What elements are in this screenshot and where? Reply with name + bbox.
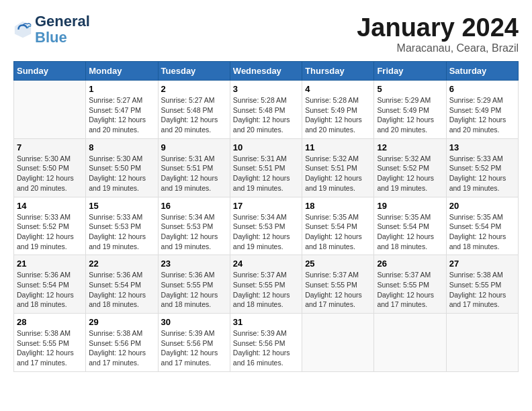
calendar-cell [446,314,518,372]
logo-icon [13,20,32,39]
logo-text: General Blue [35,13,90,46]
day-number: 24 [233,259,299,269]
calendar-cell [14,81,86,139]
calendar-cell: 11Sunrise: 5:32 AM Sunset: 5:51 PM Dayli… [302,138,374,197]
page-header: General Blue January 2024 Maracanau, Cea… [13,13,519,54]
day-info: Sunrise: 5:28 AM Sunset: 5:49 PM Dayligh… [305,95,371,135]
day-info: Sunrise: 5:35 AM Sunset: 5:54 PM Dayligh… [305,212,371,252]
calendar-cell: 14Sunrise: 5:33 AM Sunset: 5:52 PM Dayli… [14,197,86,255]
day-number: 22 [89,259,154,269]
day-info: Sunrise: 5:36 AM Sunset: 5:54 PM Dayligh… [89,270,154,310]
day-info: Sunrise: 5:32 AM Sunset: 5:52 PM Dayligh… [377,154,443,193]
day-number: 4 [305,84,371,94]
day-number: 30 [161,317,227,327]
day-number: 31 [233,317,299,327]
calendar-cell: 4Sunrise: 5:28 AM Sunset: 5:49 PM Daylig… [302,81,374,139]
calendar-cell: 7Sunrise: 5:30 AM Sunset: 5:50 PM Daylig… [14,138,86,197]
calendar-header: SundayMondayTuesdayWednesdayThursdayFrid… [14,62,519,81]
day-number: 29 [89,317,154,327]
day-number: 28 [17,317,83,327]
day-number: 26 [377,259,443,269]
day-number: 5 [377,84,443,94]
day-number: 11 [305,142,371,152]
day-number: 10 [233,142,299,152]
calendar-table: SundayMondayTuesdayWednesdayThursdayFrid… [13,61,519,372]
day-info: Sunrise: 5:39 AM Sunset: 5:56 PM Dayligh… [233,328,299,368]
calendar-cell: 13Sunrise: 5:33 AM Sunset: 5:52 PM Dayli… [446,138,518,197]
day-info: Sunrise: 5:35 AM Sunset: 5:54 PM Dayligh… [377,212,443,252]
header-day-monday: Monday [86,62,158,81]
calendar-cell: 17Sunrise: 5:34 AM Sunset: 5:53 PM Dayli… [230,197,302,255]
day-info: Sunrise: 5:29 AM Sunset: 5:49 PM Dayligh… [377,95,443,135]
calendar-cell [302,314,374,372]
location: Maracanau, Ceara, Brazil [357,42,519,54]
day-info: Sunrise: 5:34 AM Sunset: 5:53 PM Dayligh… [161,212,227,252]
calendar-cell: 9Sunrise: 5:31 AM Sunset: 5:51 PM Daylig… [158,138,230,197]
day-number: 7 [17,142,83,152]
day-info: Sunrise: 5:36 AM Sunset: 5:54 PM Dayligh… [17,270,83,310]
header-day-tuesday: Tuesday [158,62,230,81]
day-info: Sunrise: 5:37 AM Sunset: 5:55 PM Dayligh… [305,270,371,310]
calendar-cell: 21Sunrise: 5:36 AM Sunset: 5:54 PM Dayli… [14,255,86,314]
day-info: Sunrise: 5:29 AM Sunset: 5:49 PM Dayligh… [449,95,515,135]
day-info: Sunrise: 5:33 AM Sunset: 5:52 PM Dayligh… [17,212,83,252]
day-info: Sunrise: 5:27 AM Sunset: 5:47 PM Dayligh… [89,95,154,135]
calendar-cell: 23Sunrise: 5:36 AM Sunset: 5:55 PM Dayli… [158,255,230,314]
day-info: Sunrise: 5:36 AM Sunset: 5:55 PM Dayligh… [161,270,227,310]
calendar-cell: 19Sunrise: 5:35 AM Sunset: 5:54 PM Dayli… [374,197,446,255]
week-row-3: 14Sunrise: 5:33 AM Sunset: 5:52 PM Dayli… [14,197,519,255]
day-number: 8 [89,142,154,152]
calendar-cell: 27Sunrise: 5:38 AM Sunset: 5:55 PM Dayli… [446,255,518,314]
week-row-2: 7Sunrise: 5:30 AM Sunset: 5:50 PM Daylig… [14,138,519,197]
calendar-cell: 25Sunrise: 5:37 AM Sunset: 5:55 PM Dayli… [302,255,374,314]
day-number: 1 [89,84,154,94]
week-row-4: 21Sunrise: 5:36 AM Sunset: 5:54 PM Dayli… [14,255,519,314]
header-day-sunday: Sunday [14,62,86,81]
day-info: Sunrise: 5:31 AM Sunset: 5:51 PM Dayligh… [161,154,227,193]
calendar-cell: 6Sunrise: 5:29 AM Sunset: 5:49 PM Daylig… [446,81,518,139]
calendar-cell: 16Sunrise: 5:34 AM Sunset: 5:53 PM Dayli… [158,197,230,255]
calendar-cell: 24Sunrise: 5:37 AM Sunset: 5:55 PM Dayli… [230,255,302,314]
calendar-cell: 22Sunrise: 5:36 AM Sunset: 5:54 PM Dayli… [86,255,158,314]
day-number: 21 [17,259,83,269]
day-info: Sunrise: 5:38 AM Sunset: 5:55 PM Dayligh… [449,270,515,310]
calendar-body: 1Sunrise: 5:27 AM Sunset: 5:47 PM Daylig… [14,81,519,372]
calendar-cell [374,314,446,372]
day-info: Sunrise: 5:37 AM Sunset: 5:55 PM Dayligh… [233,270,299,310]
day-info: Sunrise: 5:30 AM Sunset: 5:50 PM Dayligh… [89,154,154,193]
calendar-cell: 10Sunrise: 5:31 AM Sunset: 5:51 PM Dayli… [230,138,302,197]
logo: General Blue [13,13,90,46]
day-number: 14 [17,201,83,211]
month-title: January 2024 [357,13,519,42]
day-info: Sunrise: 5:32 AM Sunset: 5:51 PM Dayligh… [305,154,371,193]
day-number: 23 [161,259,227,269]
calendar-cell: 8Sunrise: 5:30 AM Sunset: 5:50 PM Daylig… [86,138,158,197]
day-number: 27 [449,259,515,269]
calendar-cell: 12Sunrise: 5:32 AM Sunset: 5:52 PM Dayli… [374,138,446,197]
week-row-1: 1Sunrise: 5:27 AM Sunset: 5:47 PM Daylig… [14,81,519,139]
day-number: 15 [89,201,154,211]
calendar-cell: 2Sunrise: 5:27 AM Sunset: 5:48 PM Daylig… [158,81,230,139]
day-number: 12 [377,142,443,152]
calendar-cell: 30Sunrise: 5:39 AM Sunset: 5:56 PM Dayli… [158,314,230,372]
calendar-cell: 28Sunrise: 5:38 AM Sunset: 5:55 PM Dayli… [14,314,86,372]
header-day-friday: Friday [374,62,446,81]
header-day-wednesday: Wednesday [230,62,302,81]
day-number: 17 [233,201,299,211]
day-number: 16 [161,201,227,211]
day-info: Sunrise: 5:38 AM Sunset: 5:55 PM Dayligh… [17,328,83,368]
calendar-cell: 20Sunrise: 5:35 AM Sunset: 5:54 PM Dayli… [446,197,518,255]
day-info: Sunrise: 5:33 AM Sunset: 5:52 PM Dayligh… [449,154,515,193]
header-day-thursday: Thursday [302,62,374,81]
header-row: SundayMondayTuesdayWednesdayThursdayFrid… [14,62,519,81]
day-info: Sunrise: 5:28 AM Sunset: 5:48 PM Dayligh… [233,95,299,135]
day-info: Sunrise: 5:37 AM Sunset: 5:55 PM Dayligh… [377,270,443,310]
day-number: 18 [305,201,371,211]
day-info: Sunrise: 5:39 AM Sunset: 5:56 PM Dayligh… [161,328,227,368]
day-number: 2 [161,84,227,94]
day-info: Sunrise: 5:33 AM Sunset: 5:53 PM Dayligh… [89,212,154,252]
day-info: Sunrise: 5:35 AM Sunset: 5:54 PM Dayligh… [449,212,515,252]
calendar-cell: 31Sunrise: 5:39 AM Sunset: 5:56 PM Dayli… [230,314,302,372]
day-number: 6 [449,84,515,94]
day-info: Sunrise: 5:31 AM Sunset: 5:51 PM Dayligh… [233,154,299,193]
